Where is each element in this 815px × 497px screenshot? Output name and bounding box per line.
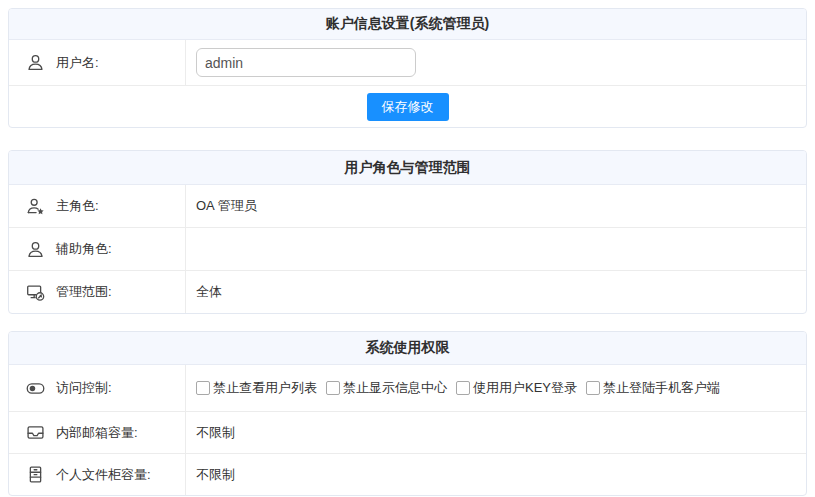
manage-scope-row: 管理范围: 全体: [9, 271, 806, 313]
user-settings-page: 账户信息设置(系统管理员) 用户名: 保存修改 用户角色与管理范围: [0, 0, 815, 497]
file-cabinet-icon: [26, 465, 45, 484]
checkbox-forbid-view-user-list[interactable]: 禁止查看用户列表: [196, 379, 317, 397]
manage-scope-label: 管理范围:: [56, 283, 112, 301]
panel-roles-header: 用户角色与管理范围: [9, 151, 806, 185]
panel-account: 账户信息设置(系统管理员) 用户名: 保存修改: [8, 8, 807, 128]
user-icon: [26, 53, 45, 72]
panel-permissions-title: 系统使用权限: [366, 339, 450, 357]
mailbox-quota-value: 不限制: [186, 412, 806, 453]
checkbox-icon[interactable]: [326, 381, 340, 395]
checkbox-label: 使用用户KEY登录: [473, 379, 577, 397]
main-role-label-cell: 主角色:: [9, 185, 186, 227]
file-cabinet-quota-label-cell: 个人文件柜容量:: [9, 454, 186, 495]
panel-roles: 用户角色与管理范围 主角色: OA 管理员: [8, 150, 807, 314]
manage-scope-label-cell: 管理范围:: [9, 271, 186, 313]
checkbox-label: 禁止登陆手机客户端: [603, 379, 720, 397]
panel-account-header: 账户信息设置(系统管理员): [9, 9, 806, 40]
checkbox-icon[interactable]: [456, 381, 470, 395]
main-role-value: OA 管理员: [186, 185, 806, 227]
inbox-icon: [26, 423, 45, 442]
aux-role-label: 辅助角色:: [56, 240, 112, 258]
username-label-cell: 用户名:: [9, 40, 186, 85]
mailbox-quota-label: 内部邮箱容量:: [56, 424, 138, 442]
toggle-icon: [26, 379, 45, 398]
panel-account-title: 账户信息设置(系统管理员): [326, 15, 489, 33]
save-row: 保存修改: [9, 86, 806, 127]
access-control-label: 访问控制:: [56, 379, 112, 397]
panel-permissions: 系统使用权限 访问控制: 禁止查看用户列表 禁止显示: [8, 331, 807, 496]
access-control-label-cell: 访问控制:: [9, 365, 186, 411]
checkbox-icon[interactable]: [196, 381, 210, 395]
checkbox-forbid-mobile-login[interactable]: 禁止登陆手机客户端: [586, 379, 720, 397]
checkbox-use-key-login[interactable]: 使用用户KEY登录: [456, 379, 577, 397]
aux-role-row: 辅助角色:: [9, 228, 806, 271]
access-control-row: 访问控制: 禁止查看用户列表 禁止显示信息中心 使用用户KEY登录 禁止登陆手: [9, 365, 806, 412]
file-cabinet-quota-value: 不限制: [186, 454, 806, 495]
checkbox-forbid-info-center[interactable]: 禁止显示信息中心: [326, 379, 447, 397]
user-star-icon: [26, 197, 45, 216]
user-icon: [26, 240, 45, 259]
panel-permissions-header: 系统使用权限: [9, 332, 806, 365]
main-role-row: 主角色: OA 管理员: [9, 185, 806, 228]
checkbox-label: 禁止查看用户列表: [213, 379, 317, 397]
panel-roles-title: 用户角色与管理范围: [345, 159, 471, 177]
username-value-cell: [186, 40, 806, 85]
aux-role-value: [186, 228, 806, 270]
checkbox-icon[interactable]: [586, 381, 600, 395]
mailbox-quota-row: 内部邮箱容量: 不限制: [9, 412, 806, 454]
main-role-label: 主角色:: [56, 197, 99, 215]
manage-scope-value: 全体: [186, 271, 806, 313]
username-input[interactable]: [196, 48, 416, 77]
save-button[interactable]: 保存修改: [367, 93, 449, 121]
access-control-options: 禁止查看用户列表 禁止显示信息中心 使用用户KEY登录 禁止登陆手机客户端: [186, 365, 806, 411]
username-label: 用户名:: [56, 54, 99, 72]
file-cabinet-quota-row: 个人文件柜容量: 不限制: [9, 454, 806, 495]
checkbox-label: 禁止显示信息中心: [343, 379, 447, 397]
username-row: 用户名:: [9, 40, 806, 86]
mailbox-quota-label-cell: 内部邮箱容量:: [9, 412, 186, 453]
monitor-compass-icon: [26, 283, 45, 302]
aux-role-label-cell: 辅助角色:: [9, 228, 186, 270]
file-cabinet-quota-label: 个人文件柜容量:: [56, 466, 151, 484]
